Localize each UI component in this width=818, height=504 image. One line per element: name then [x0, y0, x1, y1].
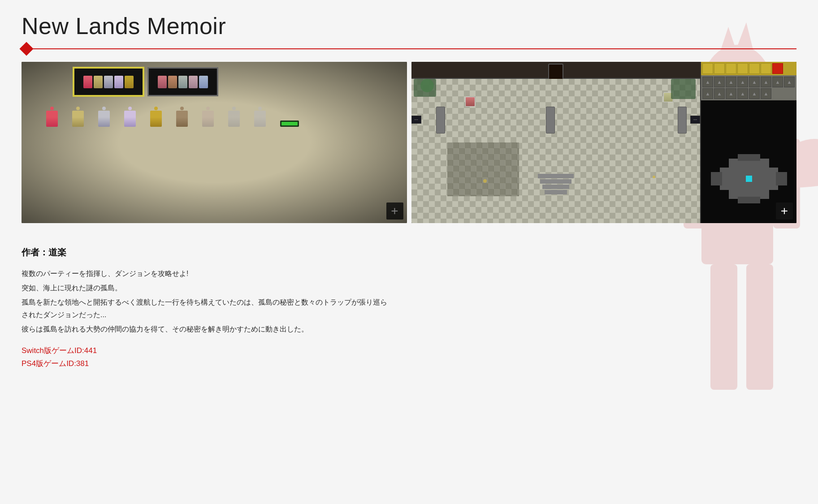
char-unit-1	[46, 107, 58, 127]
party-tab-2[interactable]	[147, 67, 218, 96]
char-unit-9	[254, 107, 266, 127]
ps4-link[interactable]: PS4版ゲームID:381	[22, 358, 389, 369]
title-divider	[22, 44, 796, 54]
desc-line-1: 複数のパーティーを指揮し、ダンジョンを攻略せよ!	[22, 267, 389, 280]
sparkle-2	[653, 176, 655, 178]
plus-icon: +	[391, 205, 398, 217]
stairs	[538, 174, 574, 196]
sparkle-1	[483, 179, 487, 183]
char-unit-6	[176, 107, 188, 127]
diamond-icon	[19, 42, 33, 56]
char-unit-10	[280, 121, 299, 127]
pillar-3	[678, 107, 687, 134]
plus-icon-2: +	[781, 205, 788, 217]
map-char-1	[465, 97, 475, 107]
screenshots-row: +	[22, 62, 796, 223]
char-unit-7	[202, 107, 214, 127]
screenshot-2-expand[interactable]: +	[776, 202, 793, 220]
content-area: New Lands Memoir	[0, 0, 818, 369]
desc-line-2: 突如、海上に現れた謎の孤島。	[22, 282, 389, 294]
party-tab-1[interactable]	[73, 67, 144, 96]
dungeon-door	[548, 64, 563, 80]
pillar-2	[546, 107, 555, 134]
item-bar	[701, 62, 796, 75]
desc-line-3: 孤島を新たな領地へと開拓するべく渡航した一行を待ち構えていたのは、孤島の秘密と数…	[22, 296, 389, 321]
char-unit-4	[124, 107, 136, 127]
svg-rect-17	[746, 176, 752, 182]
char-unit-5	[150, 107, 162, 127]
svg-rect-15	[711, 172, 722, 185]
svg-rect-14	[738, 197, 760, 203]
char-unit-3	[98, 107, 110, 127]
pillar-1	[436, 107, 445, 134]
author-label: 作者：道楽	[22, 246, 389, 258]
switch-link[interactable]: Switch版ゲームID:441	[22, 345, 389, 356]
page-title: New Lands Memoir	[22, 13, 796, 39]
game-links: Switch版ゲームID:441 PS4版ゲームID:381	[22, 345, 389, 369]
svg-rect-13	[738, 154, 760, 161]
info-section: 作者：道楽 複数のパーティーを指揮し、ダンジョンを攻略せよ! 突如、海上に現れた…	[22, 234, 389, 369]
char-unit-2	[72, 107, 84, 127]
page-wrapper: New Lands Memoir	[0, 0, 818, 504]
screenshot-1-expand[interactable]: +	[386, 202, 403, 220]
red-divider-line	[31, 48, 796, 50]
description-block: 複数のパーティーを指揮し、ダンジョンを攻略せよ! 突如、海上に現れた謎の孤島。 …	[22, 267, 389, 336]
screenshot-2[interactable]: ▪▪▪▪ ▪▪▪▪	[411, 62, 797, 223]
char-unit-8	[228, 107, 240, 127]
desc-line-4: 彼らは孤島を訪れる大勢の仲間の協力を得て、その秘密を解き明かすために動き出した。	[22, 323, 389, 336]
svg-rect-16	[776, 172, 787, 185]
arrow-bar: ▲ ▲ ▲ ▲ ▲ ▲ ▲ ▲ ▲ ▲ ▲ ▲ ▲	[701, 75, 796, 100]
screenshot-1[interactable]: +	[22, 62, 407, 223]
